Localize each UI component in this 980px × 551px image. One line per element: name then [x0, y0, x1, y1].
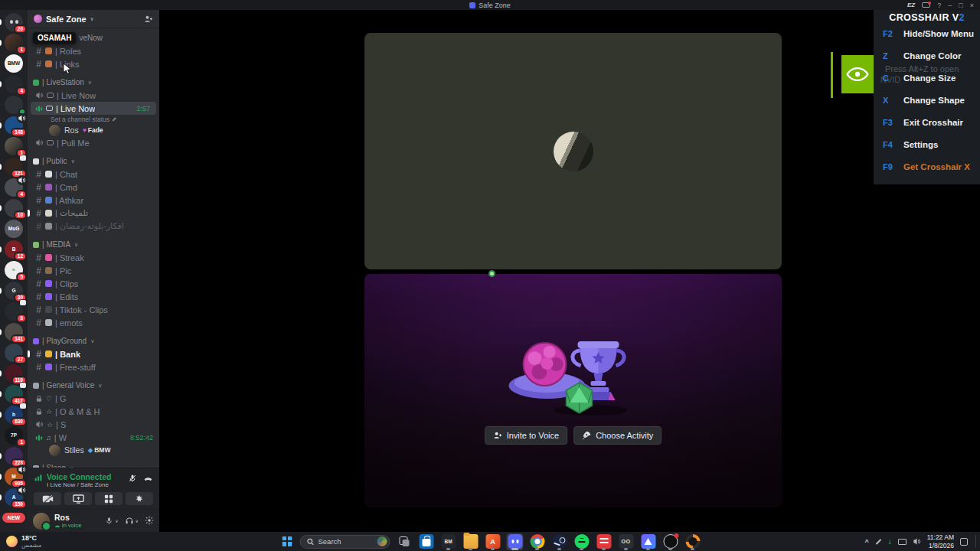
taskbar-app-chrome[interactable] [529, 533, 546, 550]
taskbar-app-red-app[interactable] [596, 533, 612, 550]
server-header[interactable]: Safe Zone ∨ [28, 10, 159, 28]
weather-widget[interactable]: 18°C مشمس [0, 534, 47, 548]
taskbar-app-recorder[interactable] [662, 533, 679, 550]
help-button[interactable]: ? [937, 2, 941, 9]
headphones-dropdown-chevron[interactable]: ∨ [136, 518, 139, 523]
headphones-icon[interactable] [125, 514, 134, 528]
channel-pic[interactable]: #| Pic [28, 264, 159, 277]
category-venow[interactable]: OSAMAHveNow [28, 31, 159, 44]
server-icon-server-17[interactable]: 27 [3, 342, 24, 363]
tray-display-icon[interactable] [898, 539, 906, 545]
server-icon-server-22[interactable]: 223 [3, 445, 24, 466]
channel-pull-me[interactable]: | Pull Me [28, 136, 159, 149]
choose-activity-button[interactable]: Choose Activity [573, 426, 662, 445]
crosshair-item-hide-show-menu[interactable]: F2Hide/Show Menu [874, 22, 980, 44]
camera-button[interactable] [34, 492, 61, 505]
channel-tiktok-clips[interactable]: #| Tiktok - Clips [28, 303, 159, 316]
server-icon-server-7p[interactable]: 7P1 [3, 425, 24, 445]
server-icon-server-23[interactable]: M995 [3, 466, 24, 487]
channel-w[interactable]: ♫| W8:52:42 [28, 431, 159, 444]
channel-free-stuff[interactable]: #| Free-stuff [28, 360, 159, 373]
taskbar-app-discord[interactable] [507, 533, 524, 550]
category-public[interactable]: | Public∨ [28, 155, 159, 168]
category-sleep[interactable]: | Sleep∨ [28, 461, 159, 468]
crosshair-item-change-size[interactable]: CChange Size [874, 67, 980, 89]
channel-chat[interactable]: #| Chat [28, 168, 159, 181]
server-icon-server-15[interactable]: 8 [3, 301, 24, 321]
crosshair-item-settings[interactable]: F4Settings [874, 133, 980, 155]
channel-athkar[interactable]: #| Athkar [28, 194, 159, 207]
minimize-button[interactable]: – [948, 2, 952, 9]
server-icon-server-10[interactable]: 10 [3, 197, 24, 218]
tray-clock[interactable]: 11:22 AM1/8/2026 [927, 533, 954, 549]
tray-expand-chevron[interactable]: ^ [864, 538, 868, 546]
voice-member-ros[interactable]: Ros♥Fade [28, 124, 159, 136]
server-icon-dm-osamah[interactable]: 1 [3, 32, 24, 53]
settings-gear-icon[interactable] [145, 514, 154, 528]
server-icon-server-18[interactable]: 119 [3, 363, 24, 383]
controller-icon[interactable] [922, 2, 930, 8]
noise-suppression-icon[interactable] [128, 472, 137, 486]
crosshair-item-change-color[interactable]: ZChange Color [874, 44, 980, 67]
category-playground[interactable]: | PlayGround∨ [28, 334, 159, 347]
voice-member-stiles[interactable]: Stiles◆BMW [28, 444, 159, 456]
channel-roles[interactable]: #| Roles [28, 44, 159, 57]
notification-center-icon[interactable] [960, 538, 968, 546]
server-icon-server-6[interactable]: 148 [3, 115, 24, 135]
channel-s[interactable]: ☆| S [28, 418, 159, 431]
channel-item[interactable]: #| تلميحات [28, 207, 159, 220]
screen-share-button[interactable] [64, 492, 92, 505]
server-icon-server-8[interactable]: 121 [3, 156, 24, 177]
taskbar-app-bm-app[interactable]: BM [440, 533, 457, 550]
taskbar-app-a-app[interactable]: A [485, 533, 501, 550]
user-avatar[interactable] [33, 513, 50, 530]
server-icon-server-19[interactable]: 412 [3, 383, 24, 404]
channel-edits[interactable]: #| Edits [28, 290, 159, 303]
category-general-voice[interactable]: | General Voice∨ [28, 379, 159, 392]
server-icon-server-24[interactable]: A150 [3, 487, 24, 507]
server-icon-server-g[interactable]: G30 [3, 280, 24, 301]
mic-icon[interactable] [105, 514, 113, 528]
crosshair-item-change-shape[interactable]: XChange Shape [874, 89, 980, 111]
server-icon-server-20[interactable]: h630 [3, 404, 24, 425]
taskbar-app-steam[interactable] [551, 533, 568, 550]
maximize-button[interactable]: □ [959, 2, 962, 9]
server-icon-server-4[interactable]: 4 [3, 73, 24, 94]
channel-cmd[interactable]: #| Cmd [28, 181, 159, 194]
mic-dropdown-chevron[interactable]: ∨ [115, 518, 118, 523]
channel-status-hint[interactable]: Set a channel status [28, 115, 159, 124]
server-icon-mug[interactable]: MuG [3, 218, 24, 239]
taskbar-app-ring-app[interactable] [684, 533, 701, 550]
disconnect-call-icon[interactable] [143, 472, 153, 486]
crosshair-item-get-crosshair-x[interactable]: F9Get Crosshair X [874, 155, 980, 178]
server-icon-bmw[interactable]: BMW [3, 53, 24, 73]
tray-download-icon[interactable]: ↓ [888, 537, 892, 546]
start-button[interactable] [279, 534, 295, 549]
category-livestation[interactable]: | LiveStation∨ [28, 76, 159, 89]
server-icon-server-7[interactable]: 1 [3, 135, 24, 156]
channel-emots[interactable]: #| emots [28, 316, 159, 329]
invite-people-icon[interactable] [144, 15, 153, 24]
taskbar-app-spotify[interactable] [573, 533, 590, 550]
close-button[interactable]: × [970, 2, 974, 9]
taskbar-app-file-explorer[interactable] [462, 533, 479, 550]
search-box[interactable]: Search [300, 535, 390, 549]
server-icon-server-16[interactable]: 141 [3, 321, 24, 342]
server-icon-server-b[interactable]: B12 [3, 239, 24, 259]
taskbar-app-task-view[interactable] [396, 533, 413, 550]
channel-links[interactable]: #| Links [28, 57, 159, 70]
tray-pen-icon[interactable] [875, 541, 882, 543]
category-media[interactable]: | MEDIA∨ [28, 238, 159, 251]
channel-o-m-h[interactable]: ☆| O & M & H [28, 405, 159, 418]
channel-bank[interactable]: #| Bank [28, 347, 159, 360]
invite-to-voice-button[interactable]: Invite to Voice [485, 426, 568, 445]
channel-g[interactable]: ♡| G [28, 392, 159, 405]
channel-item[interactable]: #| افكار-بلوته-رمضان [28, 220, 159, 233]
server-icon-server-5[interactable] [3, 94, 24, 115]
channel-streak[interactable]: #| Streak [28, 251, 159, 264]
server-icon-home[interactable]: 20 [3, 11, 24, 32]
server-icon-new-server[interactable]: NEW [3, 507, 24, 528]
taskbar-app-wolf-app[interactable] [640, 533, 657, 550]
channel-clips[interactable]: #| Clips [28, 277, 159, 290]
taskbar-app-bo-app[interactable]: OO [618, 533, 635, 550]
